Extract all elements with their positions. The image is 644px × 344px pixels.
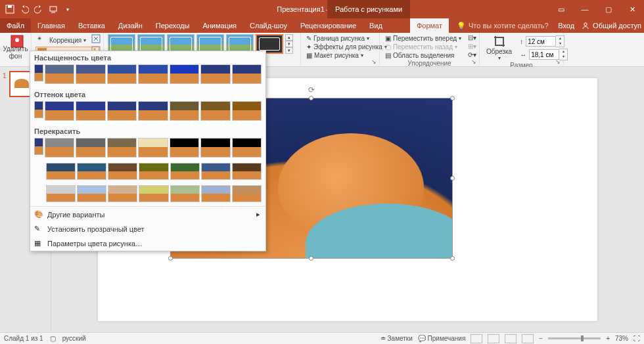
tone-row-swatch-1[interactable] bbox=[76, 101, 105, 121]
size-dialog-launcher[interactable]: ↘ bbox=[555, 58, 562, 65]
rec3-row-swatch-6[interactable] bbox=[232, 185, 262, 202]
selection-pane-button[interactable]: ▤Область выделения bbox=[384, 51, 475, 60]
styles-more[interactable]: ▾ bbox=[285, 47, 293, 54]
fit-to-window-button[interactable]: ⛶ bbox=[633, 335, 640, 342]
rec1-row-swatch-6[interactable] bbox=[232, 138, 262, 158]
tone-row-swatch-2[interactable] bbox=[107, 101, 137, 121]
comments-button[interactable]: 💬 Примечания bbox=[418, 335, 466, 342]
styles-scroll-up[interactable]: ▴ bbox=[285, 34, 293, 41]
rec3-row-swatch-1[interactable] bbox=[77, 185, 106, 202]
zoom-slider-knob[interactable] bbox=[581, 335, 584, 341]
tone-row-swatch-0[interactable] bbox=[45, 101, 74, 121]
share-button[interactable]: Общий доступ bbox=[581, 21, 641, 30]
redo-icon[interactable] bbox=[33, 3, 45, 15]
compress-pictures-icon[interactable] bbox=[91, 34, 101, 43]
tell-me-search[interactable]: 💡 Что вы хотите сделать? bbox=[457, 18, 549, 33]
resize-handle-tr[interactable] bbox=[450, 96, 455, 100]
close-button[interactable]: ✕ bbox=[620, 0, 644, 18]
start-from-beginning-icon[interactable] bbox=[47, 3, 59, 15]
tab-review[interactable]: Рецензирование bbox=[294, 18, 363, 33]
more-variations-item[interactable]: 🎨 Другие варианты ▸ bbox=[30, 207, 265, 222]
undo-icon[interactable] bbox=[18, 3, 30, 15]
tone-row-swatch-3[interactable] bbox=[138, 101, 168, 121]
resize-handle-b[interactable] bbox=[309, 256, 313, 261]
tab-format[interactable]: Формат bbox=[410, 18, 449, 33]
ribbon-display-options-icon[interactable]: ▭ bbox=[549, 0, 573, 18]
tab-insert[interactable]: Вставка bbox=[72, 18, 112, 33]
tone-row-swatch-6[interactable] bbox=[232, 101, 262, 121]
corrections-button[interactable]: ✴ Коррекция▾ bbox=[35, 34, 99, 46]
signin-link[interactable]: Вход bbox=[558, 22, 574, 30]
tab-slideshow[interactable]: Слайд-шоу bbox=[243, 18, 294, 33]
zoom-slider[interactable] bbox=[548, 337, 601, 339]
spellcheck-icon[interactable]: ▢ bbox=[50, 335, 56, 342]
send-backward-button[interactable]: ▢Переместить назад▾ bbox=[384, 43, 475, 51]
zoom-out-button[interactable]: − bbox=[539, 335, 543, 342]
sat-row-swatch-3[interactable] bbox=[138, 64, 168, 84]
height-down[interactable]: ▾ bbox=[556, 41, 564, 47]
slide-counter[interactable]: Слайд 1 из 1 bbox=[4, 335, 43, 342]
rec1-row-swatch-0[interactable] bbox=[45, 138, 74, 158]
rec3-row-swatch-4[interactable] bbox=[170, 185, 200, 202]
sat-row-swatch-5[interactable] bbox=[200, 64, 230, 84]
rec2-row-swatch-5[interactable] bbox=[201, 163, 231, 180]
height-up[interactable]: ▴ bbox=[556, 36, 564, 41]
rec2-row-swatch-2[interactable] bbox=[108, 163, 137, 180]
set-transparent-color-item[interactable]: ✎ Установить прозрачный цвет bbox=[30, 222, 265, 236]
rec2-row-swatch-4[interactable] bbox=[170, 163, 200, 180]
normal-view-button[interactable] bbox=[471, 334, 482, 343]
rec2-row-swatch-6[interactable] bbox=[232, 163, 262, 180]
notes-button[interactable]: ≐ Заметки bbox=[380, 335, 413, 342]
arrange-dialog-launcher[interactable]: ↘ bbox=[471, 58, 478, 65]
tab-home[interactable]: Главная bbox=[31, 18, 72, 33]
tab-view[interactable]: Вид bbox=[363, 18, 389, 33]
tab-animations[interactable]: Анимация bbox=[196, 18, 243, 33]
rec3-row-swatch-2[interactable] bbox=[108, 185, 137, 202]
language-indicator[interactable]: русский bbox=[62, 335, 86, 342]
picture-border-button[interactable]: ✎Граница рисунка▾ bbox=[305, 34, 375, 43]
rec2-row-swatch-0[interactable] bbox=[46, 163, 76, 180]
tone-row-swatch-5[interactable] bbox=[200, 101, 230, 121]
resize-handle-bl[interactable] bbox=[168, 256, 173, 261]
tab-design[interactable]: Дизайн bbox=[112, 18, 149, 33]
width-input[interactable]: ▴▾ bbox=[529, 49, 568, 60]
crop-button[interactable]: Обрезка ▾ bbox=[484, 34, 515, 62]
sat-row-swatch-2[interactable] bbox=[107, 64, 137, 84]
width-up[interactable]: ▴ bbox=[559, 49, 567, 54]
file-tab[interactable]: Файл bbox=[0, 18, 31, 33]
rec1-row-swatch-5[interactable] bbox=[200, 138, 230, 158]
remove-background-button[interactable]: Удалить фон bbox=[4, 34, 27, 60]
rec1-row-swatch-3[interactable] bbox=[138, 138, 168, 158]
rotate-icon[interactable]: ⟳▾ bbox=[468, 51, 476, 58]
rec1-row-swatch-4[interactable] bbox=[170, 138, 199, 158]
sat-row-swatch-1[interactable] bbox=[76, 64, 105, 84]
height-field[interactable] bbox=[526, 36, 556, 47]
qat-customize-icon[interactable]: ▾ bbox=[62, 3, 74, 15]
resize-handle-t[interactable] bbox=[309, 96, 313, 100]
save-icon[interactable] bbox=[4, 3, 16, 15]
tab-transitions[interactable]: Переходы bbox=[149, 18, 196, 33]
bring-forward-button[interactable]: ▣Переместить вперед▾ bbox=[384, 34, 475, 43]
slideshow-view-button[interactable] bbox=[522, 334, 534, 343]
sat-row-swatch-0[interactable] bbox=[45, 64, 74, 84]
picture-layout-button[interactable]: ▦Макет рисунка▾ bbox=[305, 51, 375, 60]
maximize-button[interactable]: ▢ bbox=[597, 0, 620, 18]
resize-handle-br[interactable] bbox=[450, 256, 455, 261]
rec3-row-swatch-5[interactable] bbox=[201, 185, 231, 202]
resize-handle-r[interactable] bbox=[450, 176, 455, 181]
zoom-in-button[interactable]: + bbox=[606, 335, 610, 342]
rec3-row-swatch-3[interactable] bbox=[139, 185, 168, 202]
picture-color-options-item[interactable]: ▦ Параметры цвета рисунка… bbox=[30, 236, 265, 251]
styles-dialog-launcher[interactable]: ↘ bbox=[371, 58, 378, 65]
rec2-row-swatch-1[interactable] bbox=[77, 163, 106, 180]
sat-row-swatch-6[interactable] bbox=[232, 64, 262, 84]
align-icon[interactable]: ⊟▾ bbox=[468, 34, 476, 41]
sat-row-swatch-4[interactable] bbox=[170, 64, 199, 84]
minimize-button[interactable]: — bbox=[573, 0, 597, 18]
rec2-row-swatch-3[interactable] bbox=[139, 163, 168, 180]
styles-scroll-down[interactable]: ▾ bbox=[285, 41, 293, 47]
zoom-level[interactable]: 73% bbox=[615, 335, 628, 342]
rotate-handle[interactable]: ⟳ bbox=[308, 85, 315, 95]
rec3-row-swatch-0[interactable] bbox=[46, 185, 76, 202]
reading-view-button[interactable] bbox=[505, 334, 517, 343]
